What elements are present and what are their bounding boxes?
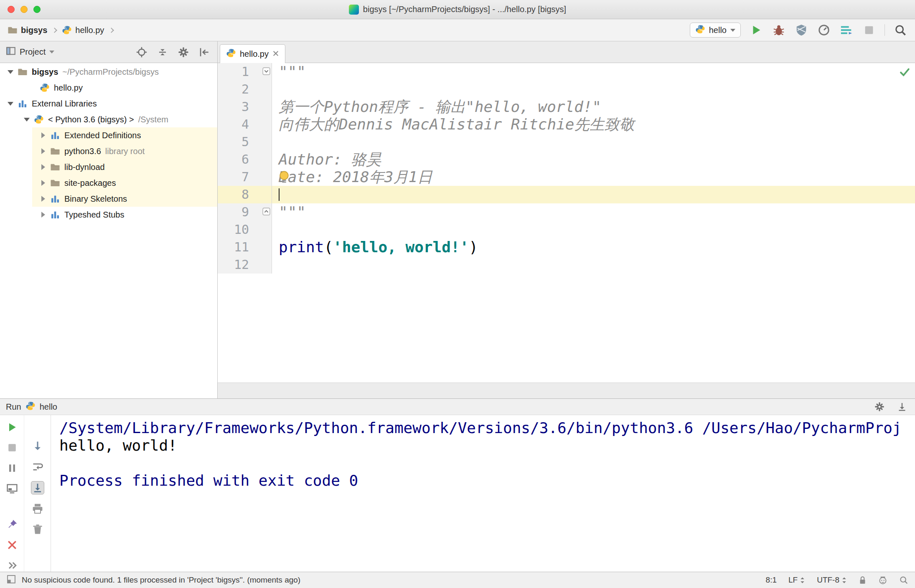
pin-tab-button[interactable] (5, 518, 19, 531)
disclosure-expanded-icon[interactable] (5, 70, 16, 74)
collapse-all-button[interactable] (155, 45, 170, 59)
encoding-widget[interactable]: UTF-8 (817, 575, 847, 585)
line-number[interactable]: 11 (218, 238, 272, 256)
tree-item-external-libraries[interactable]: External Libraries (0, 96, 217, 112)
code-line[interactable] (272, 186, 915, 203)
disclosure-collapsed-icon[interactable] (37, 164, 49, 170)
line-number[interactable]: 8 (218, 186, 272, 203)
editor-line-8[interactable]: 8 (218, 186, 915, 203)
debug-button[interactable] (772, 23, 786, 37)
code-line[interactable]: print('hello, world!') (272, 238, 915, 256)
zoom-window-button[interactable] (33, 6, 41, 13)
minimize-window-button[interactable] (20, 6, 28, 13)
editor-line-10[interactable]: 10 (218, 221, 915, 238)
line-separator-widget[interactable]: LF (788, 575, 805, 585)
fold-marker-icon[interactable] (262, 67, 270, 75)
close-run-tab-button[interactable] (5, 539, 19, 552)
run-config-selector[interactable]: hello (690, 23, 741, 38)
editor-tab-hello-py[interactable]: hello.py (220, 44, 285, 63)
print-console-button[interactable] (31, 502, 44, 515)
settings-gear-button[interactable] (176, 45, 191, 59)
breadcrumb-hello-py[interactable]: hello.py (62, 25, 104, 35)
editor-line-11[interactable]: 11print('hello, world!') (218, 238, 915, 256)
code-line[interactable]: 向伟大的Dennis MacAlistair Ritchie先生致敬 (272, 116, 915, 133)
editor-line-5[interactable]: 5 (218, 133, 915, 151)
editor-line-1[interactable]: 1""" (218, 63, 915, 81)
editor-line-4[interactable]: 4向伟大的Dennis MacAlistair Ritchie先生致敬 (218, 116, 915, 133)
code-line[interactable] (272, 256, 915, 274)
editor-line-2[interactable]: 2 (218, 81, 915, 98)
soft-wrap-button[interactable] (31, 460, 44, 474)
editor-line-3[interactable]: 3第一个Python程序 - 输出"hello, world!" (218, 98, 915, 116)
locate-file-button[interactable] (135, 45, 149, 59)
run-tab-label[interactable]: hello (40, 402, 57, 412)
tree-item-typeshed-stubs[interactable]: Typeshed Stubs (0, 207, 217, 223)
rerun-button[interactable] (5, 421, 19, 434)
hide-run-panel-button[interactable] (895, 400, 909, 414)
project-view-title[interactable]: Project (20, 47, 46, 57)
disclosure-collapsed-icon[interactable] (37, 212, 49, 218)
scroll-to-end-button[interactable] (31, 481, 44, 494)
tool-window-switcher-icon[interactable] (7, 575, 16, 586)
search-icon[interactable] (899, 575, 908, 585)
restore-layout-button[interactable] (5, 482, 19, 495)
line-number[interactable]: 5 (218, 133, 272, 151)
line-number[interactable]: 3 (218, 98, 272, 116)
disclosure-expanded-icon[interactable] (5, 102, 16, 106)
tree-item-bigsys[interactable]: bigsys~/PycharmProjects/bigsys (0, 64, 217, 80)
more-options-button[interactable] (5, 559, 19, 572)
code-line[interactable] (272, 81, 915, 98)
disclosure-collapsed-icon[interactable] (37, 148, 49, 154)
breadcrumb-bigsys[interactable]: bigsys (8, 25, 47, 35)
clear-console-button[interactable] (31, 523, 44, 536)
disclosure-collapsed-icon[interactable] (37, 180, 49, 186)
chevron-down-icon[interactable] (49, 51, 54, 53)
line-number[interactable]: 6 (218, 151, 272, 168)
line-number[interactable]: 2 (218, 81, 272, 98)
tree-item-site-packages[interactable]: site-packages (0, 175, 217, 191)
concurrency-diagram-button[interactable] (839, 23, 854, 37)
code-line[interactable] (272, 221, 915, 238)
hide-tool-window-button[interactable] (197, 45, 211, 59)
line-number[interactable]: 12 (218, 256, 272, 274)
disclosure-collapsed-icon[interactable] (37, 132, 49, 138)
readonly-lock-icon[interactable] (859, 576, 867, 585)
tree-item-python3-6[interactable]: python3.6library root (0, 143, 217, 159)
tree-item-python-3-6-bigsys[interactable]: < Python 3.6 (bigsys) >/System (0, 112, 217, 127)
hector-inspector-icon[interactable] (878, 575, 887, 585)
code-line[interactable]: """ (272, 63, 915, 81)
code-line[interactable] (272, 133, 915, 151)
disclosure-expanded-icon[interactable] (21, 118, 33, 122)
run-settings-gear-button[interactable] (872, 400, 887, 414)
editor-line-6[interactable]: 6Author: 骆昊 (218, 151, 915, 168)
code-line[interactable]: """ (272, 203, 915, 221)
scroll-down-button[interactable] (31, 439, 44, 453)
line-number[interactable]: 9 (218, 203, 272, 221)
intention-lightbulb-icon[interactable] (278, 170, 290, 184)
tree-item-hello-py[interactable]: hello.py (0, 80, 217, 96)
line-number[interactable]: 7 (218, 168, 272, 186)
run-console-output[interactable]: /System/Library/Frameworks/Python.framew… (51, 415, 915, 572)
line-number[interactable]: 1 (218, 63, 272, 81)
fold-marker-icon[interactable] (262, 208, 270, 215)
tree-item-extended-definitions[interactable]: Extended Definitions (0, 127, 217, 143)
disclosure-collapsed-icon[interactable] (37, 196, 49, 202)
coverage-button[interactable] (794, 23, 808, 37)
code-line[interactable]: Date: 2018年3月1日 (272, 168, 915, 186)
tree-item-lib-dynload[interactable]: lib-dynload (0, 159, 217, 175)
editor-line-7[interactable]: 7Date: 2018年3月1日 (218, 168, 915, 186)
close-tab-icon[interactable] (272, 49, 279, 59)
code-line[interactable]: Author: 骆昊 (272, 151, 915, 168)
code-line[interactable]: 第一个Python程序 - 输出"hello, world!" (272, 98, 915, 116)
run-panel-title[interactable]: Run (6, 402, 21, 412)
profiler-button[interactable] (817, 23, 831, 37)
caret-position-widget[interactable]: 8:1 (766, 575, 777, 585)
editor-line-12[interactable]: 12 (218, 256, 915, 274)
pause-output-button[interactable] (5, 461, 19, 474)
run-button[interactable] (749, 23, 763, 37)
line-number[interactable]: 10 (218, 221, 272, 238)
code-editor[interactable]: 1"""23第一个Python程序 - 输出"hello, world!"4向伟… (218, 63, 915, 383)
search-everywhere-button[interactable] (893, 23, 907, 37)
tree-item-binary-skeletons[interactable]: Binary Skeletons (0, 191, 217, 207)
editor-line-9[interactable]: 9""" (218, 203, 915, 221)
